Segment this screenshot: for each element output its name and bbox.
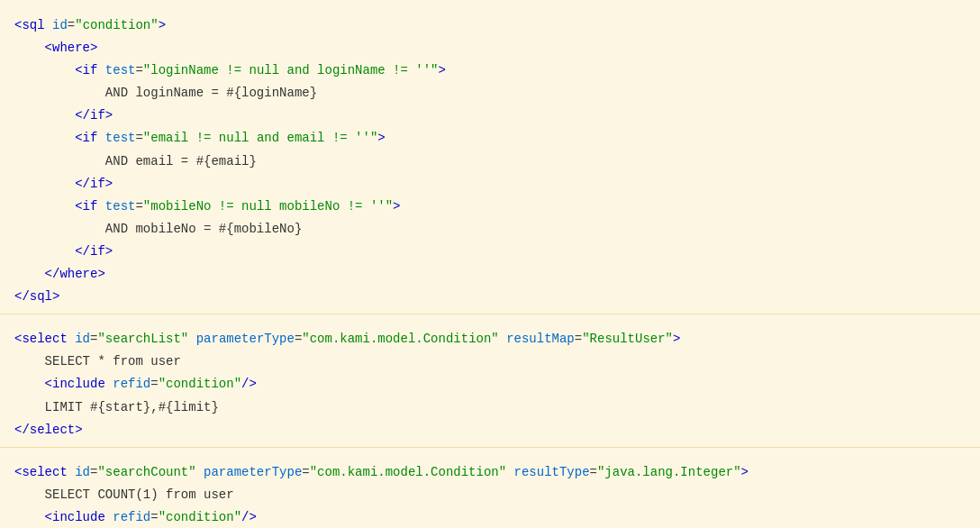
code-line: </sql> (0, 286, 980, 308)
code-line: AND mobileNo = #{mobileNo} (0, 218, 980, 241)
code-line: LIMIT #{start},#{limit} (0, 396, 980, 419)
code-line: SELECT * from user (0, 350, 980, 373)
code-line: </select> (0, 419, 980, 442)
code-line: </if> (0, 241, 980, 263)
code-block-1: <sql id="condition"> <where> <if test="l… (0, 9, 980, 314)
code-line: <select id="searchCount" parameterType="… (0, 461, 980, 484)
code-line: <if test="email != null and email != ''"… (0, 127, 980, 150)
code-block-3: <select id="searchCount" parameterType="… (0, 456, 980, 528)
code-line: <include refid="condition"/> (0, 506, 980, 528)
code-line: <include refid="condition"/> (0, 373, 980, 396)
code-line: </if> (0, 173, 980, 196)
code-content: <sql id="condition"> <where> <if test="l… (0, 9, 980, 528)
code-line: <if test="mobileNo != null mobileNo != '… (0, 196, 980, 218)
code-line: AND email = #{email} (0, 150, 980, 173)
code-container: <sql id="condition"> <where> <if test="l… (0, 0, 980, 528)
code-block-2: <select id="searchList" parameterType="c… (0, 323, 980, 446)
code-line: SELECT COUNT(1) from user (0, 484, 980, 506)
code-line: </where> (0, 263, 980, 286)
code-line: <select id="searchList" parameterType="c… (0, 328, 980, 350)
code-line: <sql id="condition"> (0, 14, 980, 37)
code-line: AND loginName = #{loginName} (0, 82, 980, 105)
code-line: <if test="loginName != null and loginNam… (0, 59, 980, 82)
code-line: </if> (0, 105, 980, 127)
code-line: <where> (0, 37, 980, 59)
